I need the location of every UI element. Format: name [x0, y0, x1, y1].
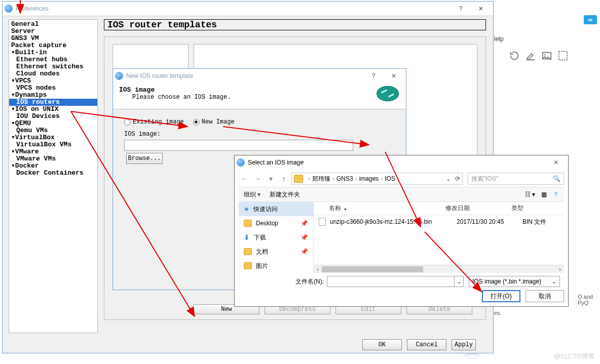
tree-vmware-vms[interactable]: VMware VMs — [9, 155, 97, 163]
file-name: unzip-c3660-jk9o3s-mz.124-15.T5.bin — [330, 218, 457, 225]
tree-gns3-vm[interactable]: GNS3 VM — [9, 35, 97, 42]
organize-menu[interactable]: 组织 — [244, 190, 260, 199]
view-options-icon[interactable]: ☷ ▾ — [525, 191, 535, 198]
side-documents[interactable]: 文档📌 — [239, 245, 313, 259]
chevron-down-icon: ⌄ — [551, 278, 556, 285]
tree-server[interactable]: Server — [9, 28, 97, 35]
crumb-dropdown-icon[interactable]: ⌄ — [446, 175, 451, 182]
crumb-2[interactable]: GNS3 — [336, 175, 353, 182]
scroll-left-icon[interactable]: ‹ — [314, 265, 322, 273]
filter-select[interactable]: IOS image (*.bin *.image) ⌄ — [469, 276, 560, 287]
file-side-panel[interactable]: ★快速访问 Desktop📌 ⬇下载📌 文档📌 图片 — [239, 202, 314, 273]
new-image-label: New Image — [202, 118, 235, 126]
close-button[interactable]: ✕ — [384, 69, 404, 83]
tree-ethernet-hubs[interactable]: Ethernet hubs — [9, 56, 97, 63]
cancel-button[interactable]: Cancel — [407, 339, 446, 350]
wizard-header: IOS image Please choose an IOS image. — [113, 83, 406, 109]
search-input[interactable]: 搜索"IOS" 🔍 — [468, 173, 564, 185]
folder-icon — [244, 248, 252, 255]
filename-input[interactable] — [327, 276, 455, 287]
tree-qemu-vms[interactable]: Qemu VMs — [9, 127, 97, 134]
preview-pane-icon[interactable]: ▦ — [541, 191, 547, 198]
crumb-refresh-icon[interactable]: ⟳ — [455, 175, 460, 182]
download-icon: ⬇ — [244, 233, 250, 241]
refresh-icon — [509, 50, 520, 61]
col-header-name[interactable]: 名称▲ — [314, 202, 440, 215]
file-type: BIN 文件 — [522, 218, 564, 226]
ok-button[interactable]: OK — [362, 339, 402, 350]
scroll-right-icon[interactable]: › — [556, 265, 564, 273]
preferences-tree[interactable]: General Server GNS3 VM Packet capture ▾B… — [9, 19, 98, 333]
tree-virtualbox[interactable]: ▾VirtualBox — [9, 134, 97, 141]
tree-packet-capture[interactable]: Packet capture — [9, 42, 97, 49]
side-pictures-label: 图片 — [256, 262, 268, 270]
tree-iou-devices[interactable]: IOU Devices — [9, 113, 97, 120]
close-button[interactable]: ✕ — [471, 2, 491, 16]
open-button[interactable]: 打开(O) — [482, 290, 520, 302]
sort-caret-icon: ▲ — [343, 206, 348, 211]
browse-button[interactable]: Browse... — [126, 153, 163, 164]
bg-note-2: es. — [494, 310, 502, 316]
ios-image-input[interactable] — [124, 140, 353, 151]
existing-image-radio[interactable] — [124, 119, 131, 126]
breadcrumb[interactable]: › 郑玮臻 › GNS3 › images › IOS ⌄⟳ — [291, 173, 463, 185]
tree-cloud-nodes[interactable]: Cloud nodes — [9, 70, 97, 77]
new-folder-button[interactable]: 新建文件夹 — [270, 190, 300, 199]
tree-ethernet-switches[interactable]: Ethernet switches — [9, 63, 97, 70]
tree-ios-on-unix[interactable]: ▾IOS on UNIX — [9, 106, 97, 113]
side-desktop[interactable]: Desktop📌 — [239, 216, 313, 230]
file-list[interactable]: 名称▲ 修改日期 类型 unzip-c3660-jk9o3s-mz.124-15… — [314, 202, 564, 273]
tree-vpcs[interactable]: ▾VPCS — [9, 77, 97, 85]
side-desktop-label: Desktop — [256, 220, 278, 227]
tree-ios-routers[interactable]: IOS routers — [9, 99, 97, 106]
crumb-1[interactable]: 郑玮臻 — [312, 175, 330, 183]
side-downloads-label: 下载 — [254, 233, 266, 242]
file-chooser-titlebar[interactable]: Select an IOS image ✕ — [235, 155, 568, 170]
file-chooser-title: Select an IOS image — [248, 159, 304, 166]
tree-vmware[interactable]: ▾VMware — [9, 148, 97, 155]
help-button[interactable]: ? — [451, 2, 471, 16]
folder-icon — [294, 175, 303, 183]
wizard-title: New IOS router template — [126, 72, 193, 79]
section-title: IOS router templates — [104, 19, 486, 30]
side-pictures[interactable]: 图片 — [239, 259, 313, 273]
crop-icon — [557, 50, 569, 61]
help-button[interactable]: ? — [363, 69, 384, 83]
tree-docker[interactable]: ▾Docker — [9, 163, 97, 170]
col-header-date[interactable]: 修改日期 — [440, 202, 506, 215]
col-header-type[interactable]: 类型 — [506, 202, 564, 215]
preferences-title: Preferences — [16, 5, 49, 12]
new-image-radio[interactable] — [193, 119, 200, 126]
crumb-3[interactable]: images — [359, 175, 379, 182]
tree-qemu[interactable]: ▾QEMU — [9, 120, 97, 127]
wizard-subheading: Please choose an IOS image. — [119, 94, 400, 101]
tree-virtualbox-vms[interactable]: VirtualBox VMs — [9, 141, 97, 148]
nav-back-icon[interactable]: ← — [239, 173, 250, 184]
tree-dynamips[interactable]: ▾Dynamips — [9, 92, 97, 99]
close-button[interactable]: ✕ — [546, 155, 566, 170]
tree-vpcs-nodes[interactable]: VPCS nodes — [9, 85, 97, 92]
tree-built-in[interactable]: ▾Built-in — [9, 49, 97, 56]
side-downloads[interactable]: ⬇下载📌 — [239, 230, 313, 245]
tree-docker-containers[interactable]: Docker Containers — [9, 170, 97, 177]
horizontal-scrollbar[interactable]: ‹ › — [314, 265, 564, 273]
nav-recent-icon[interactable]: ▾ — [265, 173, 276, 184]
preferences-titlebar[interactable]: Preferences ? ✕ — [3, 2, 493, 16]
bg-note-1: O and PyQ — [578, 294, 600, 306]
page-watermark: @51CTO博客 — [554, 352, 595, 361]
side-quick-access[interactable]: ★快速访问 — [239, 202, 313, 216]
side-quick-label: 快速访问 — [253, 205, 278, 214]
crumb-4[interactable]: IOS — [385, 175, 395, 182]
svg-point-1 — [544, 54, 546, 56]
bg-toolbar — [509, 47, 569, 65]
wizard-titlebar[interactable]: New IOS router template ? ✕ — [113, 69, 406, 83]
filename-dropdown-icon[interactable]: ⌄ — [455, 276, 464, 287]
help-icon[interactable]: ？ — [553, 190, 559, 199]
scroll-thumb[interactable] — [322, 266, 423, 272]
tree-general[interactable]: General — [9, 21, 97, 28]
cancel-button[interactable]: 取消 — [526, 290, 564, 302]
nav-up-icon[interactable]: ↑ — [278, 173, 289, 184]
apply-button[interactable]: Apply — [452, 339, 476, 350]
file-row[interactable]: unzip-c3660-jk9o3s-mz.124-15.T5.bin 2017… — [314, 215, 564, 228]
nav-forward-icon[interactable]: → — [252, 173, 263, 184]
